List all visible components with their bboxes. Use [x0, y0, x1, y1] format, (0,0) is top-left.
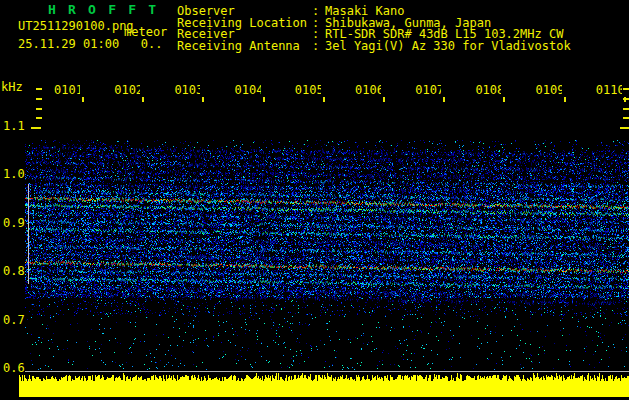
tick-mark: [624, 97, 626, 102]
y-axis-label: 0.8: [3, 265, 27, 277]
tick-mark: [503, 97, 505, 102]
x-axis-label: 0105: [295, 84, 321, 97]
hrofft-window: H R O F F T UT2511290100.png meteor 25.1…: [0, 0, 629, 400]
y-axis-label: 1.1: [3, 120, 27, 132]
x-axis-label: 0109: [536, 84, 562, 97]
x-axis-label: 0106: [355, 84, 381, 97]
spectrogram-canvas: [25, 132, 629, 372]
y-axis-unit: kHz: [1, 81, 23, 93]
app-title: H R O F F T: [48, 4, 158, 16]
signal-level-bar: [19, 372, 629, 399]
datetime-count-line: 25.11.29 01:00 0..: [18, 38, 163, 50]
tick-mark: [623, 88, 629, 90]
tick-mark: [36, 108, 42, 110]
y-axis-label: 0.7: [3, 314, 27, 326]
tick-mark: [443, 97, 445, 102]
info-label: Receiving Antenna: [177, 40, 300, 52]
tick-mark: [82, 97, 84, 102]
tick-mark: [620, 127, 629, 129]
tick-mark: [142, 97, 144, 102]
y-axis-label: 1.0: [3, 168, 27, 180]
x-axis-label: 0103: [174, 84, 200, 97]
tick-mark: [263, 97, 265, 102]
x-axis-label: 0108: [475, 84, 501, 97]
tick-mark: [623, 108, 629, 110]
info-colon: :: [312, 40, 319, 52]
y-axis-label: 0.9: [3, 217, 27, 229]
tick-mark: [36, 98, 42, 100]
tick-mark: [36, 117, 42, 119]
info-value: 3el Yagi(V) Az 330 for Vladivostok: [325, 40, 571, 52]
tick-mark: [623, 117, 629, 119]
tick-mark: [36, 88, 42, 90]
x-axis-label: 0101: [54, 84, 80, 97]
tick-mark: [564, 97, 566, 102]
x-axis-label: 0110: [596, 84, 622, 97]
tick-mark: [323, 97, 325, 102]
tick-mark: [383, 97, 385, 102]
tick-mark: [31, 127, 41, 129]
calibration-line: [28, 184, 29, 284]
x-axis-label: 0107: [415, 84, 441, 97]
tick-mark: [202, 97, 204, 102]
output-filename: UT2511290100.png: [18, 20, 134, 32]
x-axis-label: 0104: [235, 84, 261, 97]
x-axis-label: 0102: [114, 84, 140, 97]
